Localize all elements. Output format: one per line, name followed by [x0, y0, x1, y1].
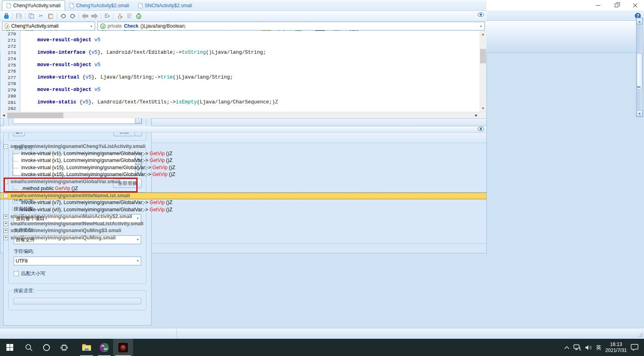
copy-icon[interactable]	[28, 12, 35, 20]
scroll-left-icon[interactable]: ◀	[0, 112, 7, 119]
align-lines-icon[interactable]	[126, 12, 133, 20]
jadx-button[interactable]: JADX	[95, 339, 113, 356]
class-combobox[interactable]: J ChengYuActivity.smali ▼	[2, 22, 95, 30]
tree-result-row[interactable]: invoke-virtual {v15}, Lcom/meiyiming/gsn…	[0, 164, 486, 172]
android-killer-button[interactable]	[113, 339, 133, 356]
tree-result-row[interactable]: invoke-virtual {v1}, Lcom/meiyiming/gsna…	[0, 150, 486, 158]
search-results-panel: vip\u4f1a\u5458\uff0c\u53ef\u4... GetVip…	[0, 126, 487, 253]
scrollbar-thumb[interactable]	[637, 53, 642, 89]
tree-file-row[interactable]: +smali\com\meiyiming\gsname\QuMing.smali	[0, 235, 486, 242]
tree-file-row[interactable]: +smali\com\meiyiming\gsname\MainActivity…	[0, 213, 486, 220]
code-editor[interactable]: 270271 move-result-object v5272273 invok…	[0, 31, 486, 112]
tree-result-row[interactable]: invoke-virtual {v0}, Lcom/meiyiming/gsna…	[0, 206, 486, 214]
undo-icon[interactable]	[59, 12, 67, 20]
taskbar-clock[interactable]: 16:13 2021/7/31	[606, 342, 627, 354]
expand-icon[interactable]: +	[4, 214, 8, 219]
line-number: 270	[0, 31, 20, 37]
task-view-button[interactable]	[55, 339, 73, 356]
code-text	[20, 31, 25, 37]
tree-result-row[interactable]: invoke-virtual {v1}, Lcom/meiyiming/gsna…	[0, 157, 486, 164]
code-line[interactable]: 275 move-result-object v5	[0, 62, 486, 69]
editor-horizontal-scrollbar[interactable]: ◀ ▶	[0, 112, 486, 118]
scroll-down-icon[interactable]: ▼	[636, 110, 643, 117]
collapse-icon[interactable]: -	[4, 180, 8, 184]
restore-button[interactable]	[607, 0, 626, 10]
lock-icon[interactable]	[3, 12, 10, 20]
code-line[interactable]: 276	[0, 68, 486, 75]
taskbar-search-button[interactable]	[20, 339, 38, 356]
close-button[interactable]	[626, 0, 644, 10]
minimize-button[interactable]	[589, 0, 607, 10]
tree-file-path: smali\com\meiyiming\gsname\MainActivity$…	[10, 213, 132, 220]
match-highlight: GetVip	[150, 199, 165, 206]
scroll-up-icon[interactable]: ▲	[480, 31, 486, 38]
tree-result-row[interactable]: .method public GetVip()Z	[0, 185, 486, 192]
editor-tab-3-label: ShiChiActivity$2.smali	[145, 3, 192, 8]
encoding-combobox[interactable]: UTF8 ▼	[14, 257, 141, 265]
cortana-button[interactable]	[38, 339, 55, 356]
tree-file-row[interactable]: +smali\com\meiyiming\gsname\QuMing$3.sma…	[0, 227, 486, 235]
scrollbar-thumb[interactable]	[7, 113, 63, 118]
results-header	[0, 126, 486, 133]
tree-result-row[interactable]: invoke-virtual {v15}, Lcom/meiyiming/gsn…	[0, 171, 486, 178]
java-icon[interactable]	[116, 12, 123, 20]
expand-icon[interactable]: +	[4, 236, 8, 240]
editor-tab-3[interactable]: ShiChiActivity$2.smali	[134, 0, 196, 10]
divider	[79, 13, 79, 19]
format-code-icon[interactable]	[103, 12, 111, 20]
progress-groupbox: 搜索进度:	[8, 290, 146, 310]
scroll-right-icon[interactable]: ▶	[473, 112, 480, 119]
save-icon[interactable]	[15, 12, 22, 20]
code-line[interactable]: 270	[0, 31, 486, 37]
navigate-forward-icon[interactable]	[91, 12, 98, 20]
navigate-back-icon[interactable]	[81, 12, 89, 20]
resize-grip-icon[interactable]	[638, 333, 642, 338]
start-button[interactable]	[1, 339, 18, 356]
eye-icon[interactable]	[478, 127, 484, 131]
tree-file-row[interactable]: -smali\com\meiyiming\gsname\GlobalVar.sm…	[0, 178, 486, 186]
collapse-icon[interactable]: -	[4, 144, 8, 149]
tree-result-row[interactable]: invoke-virtual {v7}, Lcom/meiyiming/gsna…	[0, 199, 486, 206]
clock-date: 2021/7/31	[606, 348, 627, 354]
tree-file-row[interactable]: -smali\com\meiyiming\gsname\littleNameLi…	[0, 192, 486, 200]
expand-icon[interactable]: +	[4, 229, 8, 233]
volume-icon[interactable]	[585, 345, 592, 350]
redo-icon[interactable]	[69, 12, 76, 20]
progress-group-label: 搜索进度:	[12, 287, 36, 294]
code-line[interactable]: 277 invoke-virtual {v5}, Ljava/lang/Stri…	[0, 75, 486, 81]
tree-file-row[interactable]: -smali\com\meiyiming\gsname\ChengYuListA…	[0, 143, 486, 150]
eye-icon[interactable]	[478, 12, 484, 17]
cut-icon[interactable]: ✂	[37, 12, 45, 20]
file-explorer-button[interactable]	[78, 339, 95, 356]
line-number: 274	[0, 56, 20, 62]
editor-vertical-scrollbar[interactable]: ▲ ▼	[480, 31, 486, 112]
code-line[interactable]: 282	[0, 105, 486, 112]
scrollbar-thumb[interactable]	[480, 49, 486, 63]
code-line[interactable]: 272	[0, 43, 486, 50]
thumb-grip	[637, 86, 640, 88]
scroll-down-icon[interactable]: ▼	[480, 105, 486, 112]
match-highlight: GetVip	[150, 150, 165, 158]
expand-icon[interactable]: +	[4, 222, 8, 226]
network-icon[interactable]	[573, 344, 581, 350]
action-center-icon[interactable]	[631, 344, 638, 351]
code-line[interactable]: 279 move-result-object v5	[0, 87, 486, 93]
code-line[interactable]: 281 invoke-static {v5}, Landroid/text/Te…	[0, 99, 486, 106]
hidden-icons-chevron-icon[interactable]	[564, 346, 569, 349]
code-line[interactable]: 274	[0, 56, 486, 62]
paste-icon[interactable]	[47, 12, 54, 20]
editor-tab-2[interactable]: ChengYuActivity$2.smali	[65, 0, 134, 10]
tree-file-row[interactable]: +smali\com\meiyiming\gsname\NewHuaListAc…	[0, 220, 486, 228]
code-line[interactable]: 278	[0, 81, 486, 87]
results-vertical-scrollbar[interactable]: ▲ ▼	[636, 18, 643, 117]
ime-indicator[interactable]: 英	[596, 344, 601, 351]
method-combobox[interactable]: G private Check ()Ljava/lang/Boolean; ▼	[97, 22, 485, 30]
collapse-icon[interactable]: -	[4, 194, 8, 198]
match-case-checkbox[interactable]	[14, 271, 19, 276]
code-line[interactable]: 271 move-result-object v5	[0, 37, 486, 44]
scroll-up-icon[interactable]: ▲	[636, 18, 643, 24]
code-line[interactable]: 280	[0, 93, 486, 99]
code-line[interactable]: 273 invoke-interface {v5}, Landroid/text…	[0, 50, 486, 56]
editor-tab-1[interactable]: ChengYuActivity.smali	[2, 0, 65, 10]
goto-icon[interactable]: G	[135, 12, 142, 20]
